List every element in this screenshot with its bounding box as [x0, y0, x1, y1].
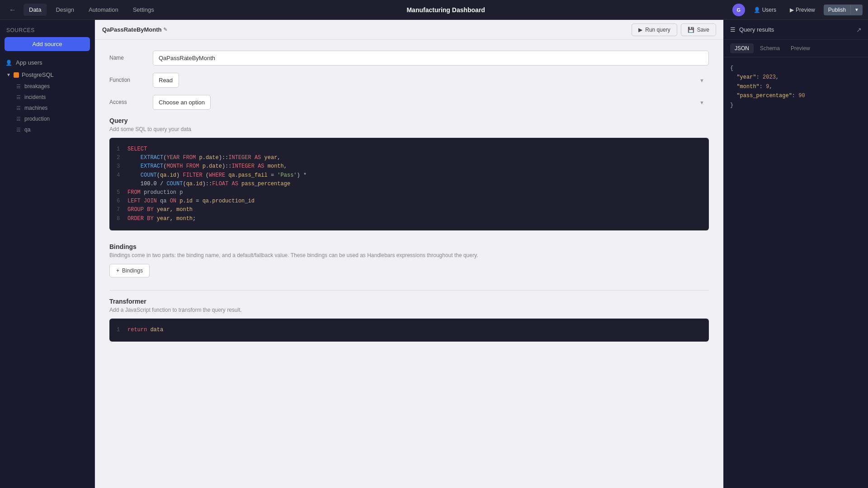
sidebar-item-app-users[interactable]: 👤 App users: [0, 56, 94, 69]
bindings-button[interactable]: + Bindings: [109, 264, 150, 277]
sidebar-db-header[interactable]: ▼ PostgreSQL: [0, 69, 94, 81]
tab-json[interactable]: JSON: [730, 43, 754, 53]
table-row-machines[interactable]: ☰ machines: [0, 103, 94, 113]
play-icon: ▶: [638, 27, 642, 33]
code-line-2: 2 EXTRACT(YEAR FROM p.date)::INTEGER AS …: [117, 154, 702, 162]
query-form: Name Function Read ▼ Access Choose an: [95, 40, 723, 488]
function-select-wrapper: Read ▼: [153, 73, 709, 88]
expand-icon[interactable]: ↗: [856, 26, 862, 33]
code-line-4b: 100.0 / COUNT(qa.id)::FLOAT AS pass_perc…: [117, 180, 702, 188]
right-panel-content: { "year": 2023, "month": 9, "pass_percen…: [724, 57, 868, 488]
save-icon: 💾: [688, 27, 694, 33]
table-row-breakages[interactable]: ☰ breakages: [0, 81, 94, 92]
sidebar: Sources Add source 👤 App users ▼ Postgre…: [0, 20, 95, 488]
code-line-6: 6 LEFT JOIN qa ON p.id = qa.production_i…: [117, 197, 702, 206]
function-label: Function: [109, 73, 146, 83]
code-line-4: 4 COUNT(qa.id) FILTER (WHERE qa.pass_fai…: [117, 171, 702, 180]
access-select[interactable]: Choose an option: [153, 95, 211, 110]
table-icon: ☰: [16, 127, 21, 133]
transformer-section-title: Transformer: [109, 298, 709, 305]
save-button[interactable]: 💾 Save: [681, 23, 716, 36]
bindings-section-title: Bindings: [109, 243, 709, 250]
run-query-label: Run query: [645, 27, 670, 33]
right-panel-tabs: JSON Schema Preview: [724, 40, 868, 57]
right-panel-header: ☰ Query results ↗: [724, 20, 868, 40]
plus-icon: +: [116, 267, 119, 274]
transformer-section: Transformer Add a JavaScript function to…: [109, 298, 709, 342]
add-source-button[interactable]: Add source: [5, 37, 90, 51]
chevron-down-icon: ▼: [699, 78, 704, 83]
table-icon: ☰: [16, 94, 21, 100]
query-section: Query Add some SQL to query your data 1 …: [109, 117, 709, 230]
nav-right-actions: G 👤 Users ▶ Preview Publish ▼: [732, 4, 863, 16]
preview-icon: ▶: [790, 7, 794, 13]
publish-label[interactable]: Publish: [824, 5, 850, 15]
preview-label: Preview: [796, 7, 815, 13]
preview-button[interactable]: ▶ Preview: [785, 4, 820, 16]
right-panel-title: ☰ Query results: [730, 26, 774, 33]
form-row-function: Function Read ▼: [109, 73, 709, 88]
run-query-button[interactable]: ▶ Run query: [632, 23, 677, 36]
db-name: PostgreSQL: [22, 71, 54, 78]
bindings-section: Bindings Bindings come in two parts: the…: [109, 243, 709, 277]
code-line-7: 7 GROUP BY year, month: [117, 206, 702, 214]
query-section-title: Query: [109, 117, 709, 124]
users-icon: 👤: [754, 7, 760, 13]
tab-automation[interactable]: Automation: [83, 4, 124, 16]
db-dot-icon: [14, 72, 19, 78]
access-label: Access: [109, 95, 146, 105]
sidebar-header: Sources: [0, 20, 94, 37]
divider: [109, 290, 709, 291]
tab-design[interactable]: Design: [50, 4, 79, 16]
app-title: Manufacturing Dashboard: [163, 6, 729, 14]
users-button[interactable]: 👤 Users: [749, 4, 781, 16]
sidebar-db-group: ▼ PostgreSQL ☰ breakages ☰ incidents ☰ m…: [0, 69, 94, 135]
save-label: Save: [697, 27, 709, 33]
function-select[interactable]: Read: [153, 73, 179, 88]
content-area: QaPassRateByMonth ✎ ▶ Run query 💾 Save N…: [95, 20, 723, 488]
table-row-qa[interactable]: ☰ qa: [0, 124, 94, 135]
users-label: Users: [762, 7, 776, 13]
chevron-down-icon: ▼: [699, 100, 704, 105]
access-select-wrapper: Choose an option ▼: [153, 95, 709, 110]
code-line-3: 3 EXTRACT(MONTH FROM p.date)::INTEGER AS…: [117, 162, 702, 171]
tab-data[interactable]: Data: [24, 4, 47, 16]
user-icon: 👤: [5, 60, 12, 66]
back-button[interactable]: ←: [5, 4, 20, 16]
table-icon: ☰: [16, 105, 21, 111]
code-line-5: 5 FROM production p: [117, 188, 702, 197]
tab-preview[interactable]: Preview: [786, 43, 815, 53]
table-row-production[interactable]: ☰ production: [0, 113, 94, 124]
tab-settings[interactable]: Settings: [127, 4, 160, 16]
publish-arrow-icon[interactable]: ▼: [850, 5, 863, 14]
table-row-incidents[interactable]: ☰ incidents: [0, 92, 94, 103]
publish-button[interactable]: Publish ▼: [824, 5, 863, 15]
tab-schema[interactable]: Schema: [755, 43, 784, 53]
query-title: QaPassRateByMonth ✎: [102, 26, 167, 33]
transformer-code-block[interactable]: 1 return data: [109, 319, 709, 342]
sidebar-db-children: ☰ breakages ☰ incidents ☰ machines ☰ pro…: [0, 81, 94, 135]
json-output: { "year": 2023, "month": 9, "pass_percen…: [730, 64, 862, 110]
table-icon: ☰: [16, 84, 21, 89]
query-name: QaPassRateByMonth: [102, 26, 161, 33]
bindings-section-subtitle: Bindings come in two parts: the binding …: [109, 252, 709, 258]
query-header: QaPassRateByMonth ✎ ▶ Run query 💾 Save: [95, 20, 723, 40]
sidebar-item-label: App users: [16, 59, 42, 66]
transformer-code-line-1: 1 return data: [117, 326, 702, 334]
results-icon: ☰: [730, 26, 736, 33]
sql-code-block[interactable]: 1 SELECT 2 EXTRACT(YEAR FROM p.date)::IN…: [109, 138, 709, 230]
table-icon: ☰: [16, 116, 21, 122]
name-input[interactable]: [153, 51, 709, 66]
bindings-btn-label: Bindings: [122, 267, 143, 274]
transformer-section-subtitle: Add a JavaScript function to transform t…: [109, 307, 709, 313]
main-layout: Sources Add source 👤 App users ▼ Postgre…: [0, 20, 868, 488]
form-row-access: Access Choose an option ▼: [109, 95, 709, 110]
top-nav: ← Data Design Automation Settings Manufa…: [0, 0, 868, 20]
name-label: Name: [109, 51, 146, 61]
chevron-down-icon: ▼: [6, 72, 11, 77]
edit-icon[interactable]: ✎: [163, 27, 167, 33]
avatar: G: [732, 4, 745, 16]
right-panel-title-text: Query results: [739, 26, 774, 33]
code-line-8: 8 ORDER BY year, month;: [117, 215, 702, 223]
code-line-1: 1 SELECT: [117, 145, 702, 154]
